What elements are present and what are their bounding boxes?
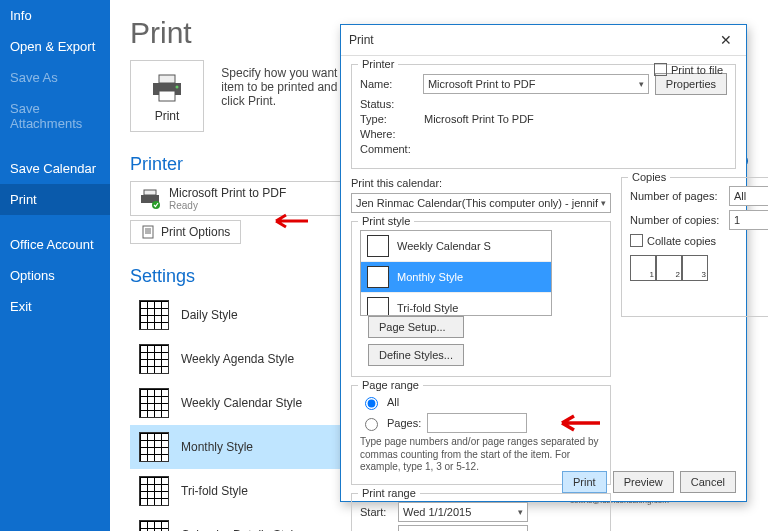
style-monthly[interactable]: Monthly Style [130,425,360,469]
num-pages-select[interactable]: All▾ [729,186,768,206]
sidebar-item-print[interactable]: Print [0,184,110,215]
print-range-group: Print range Start: Wed 1/1/2015▾ End: Th… [351,493,611,532]
cancel-button[interactable]: Cancel [680,471,736,493]
print-tile-label: Print [149,109,185,123]
print-options-button[interactable]: Print Options [130,220,241,244]
preview-button[interactable]: Preview [613,471,674,493]
style-weekly-calendar[interactable]: Weekly Calendar Style [130,381,360,425]
calendar-select[interactable]: Jen Rinmac Calendar(This computer only) … [351,193,611,213]
print-style-group: Print style Weekly Calendar S Monthly St… [351,221,611,377]
page-range-all-radio[interactable] [365,397,378,410]
sidebar-item-save-as: Save As [0,62,110,93]
style-icon [139,476,169,506]
print-style-list[interactable]: Weekly Calendar S Monthly Style Tri-fold… [360,230,552,316]
sidebar-item-options[interactable]: Options [0,260,110,291]
backstage-root: Info Open & Export Save As Save Attachme… [0,0,768,531]
annotation-arrow-1 [264,212,308,230]
num-copies-input[interactable]: 1 [729,210,768,230]
sidebar-item-exit[interactable]: Exit [0,291,110,322]
style-calendar-details[interactable]: Calendar Details Style [130,513,360,531]
dialog-footer: Print Preview Cancel [562,471,736,493]
print-dialog: Print ✕ Printer Print to file Name: Micr… [340,24,747,502]
page-range-group: Page range All Pages: Type page numbers … [351,385,611,485]
style-monthly[interactable]: Monthly Style [361,262,551,293]
style-icon [139,432,169,462]
end-date-select[interactable]: Thu 31/12/2015▾ [398,525,528,532]
svg-rect-2 [159,91,175,101]
collate[interactable]: Collate copies [630,234,768,247]
style-icon [139,520,169,531]
collate-preview: 123 [630,255,768,281]
page-range-pages-radio[interactable] [365,418,378,431]
printer-name-select[interactable]: Microsoft Print to PDF▾ [423,74,649,94]
define-styles-button[interactable]: Define Styles... [368,344,464,366]
style-trifold[interactable]: Tri-fold Style [361,293,551,316]
printer-selector[interactable]: Microsoft Print to PDF Ready ▾ [130,181,358,216]
sidebar-item-save-attachments: Save Attachments [0,93,110,139]
checkbox-icon[interactable] [630,234,643,247]
pages-input[interactable] [427,413,527,433]
svg-rect-1 [159,75,175,83]
checkbox-icon[interactable] [654,63,667,76]
sidebar-item-save-calendar[interactable]: Save Calendar [0,153,110,184]
printer-name: Microsoft Print to PDF [169,186,286,200]
pages-hint: Type page numbers and/or page ranges sep… [360,436,602,474]
svg-rect-7 [143,226,153,238]
printer-icon [149,73,185,103]
sidebar-item-office-account[interactable]: Office Account [0,229,110,260]
page-setup-button[interactable]: Page Setup... [368,316,464,338]
print-button[interactable]: Print [562,471,607,493]
style-icon [139,388,169,418]
annotation-arrow-2 [548,413,600,433]
style-daily[interactable]: Daily Style [130,293,360,337]
printer-ready-icon [139,188,161,210]
document-icon [141,225,155,239]
sidebar-item-info[interactable]: Info [0,0,110,31]
close-icon[interactable]: ✕ [714,32,738,48]
sidebar-item-open-export[interactable]: Open & Export [0,31,110,62]
print-tile[interactable]: Print [130,60,204,132]
start-date-select[interactable]: Wed 1/1/2015▾ [398,502,528,522]
style-trifold[interactable]: Tri-fold Style [130,469,360,513]
printer-status: Ready [169,200,286,211]
svg-rect-5 [144,190,156,195]
style-icon [139,344,169,374]
svg-point-3 [176,86,179,89]
settings-styles-list: Daily Style Weekly Agenda Style Weekly C… [130,293,360,531]
dialog-title: Print [349,33,374,47]
print-to-file[interactable]: Print to file [654,63,723,76]
dialog-titlebar[interactable]: Print ✕ [341,25,746,56]
properties-button[interactable]: Properties [655,73,727,95]
style-weekly-agenda[interactable]: Weekly Agenda Style [130,337,360,381]
copies-group: Copies Number of pages: All▾ Number of c… [621,177,768,317]
backstage-sidebar: Info Open & Export Save As Save Attachme… [0,0,110,531]
printer-group: Printer Print to file Name: Microsoft Pr… [351,64,736,169]
style-icon [139,300,169,330]
style-weekly-calendar[interactable]: Weekly Calendar S [361,231,551,262]
